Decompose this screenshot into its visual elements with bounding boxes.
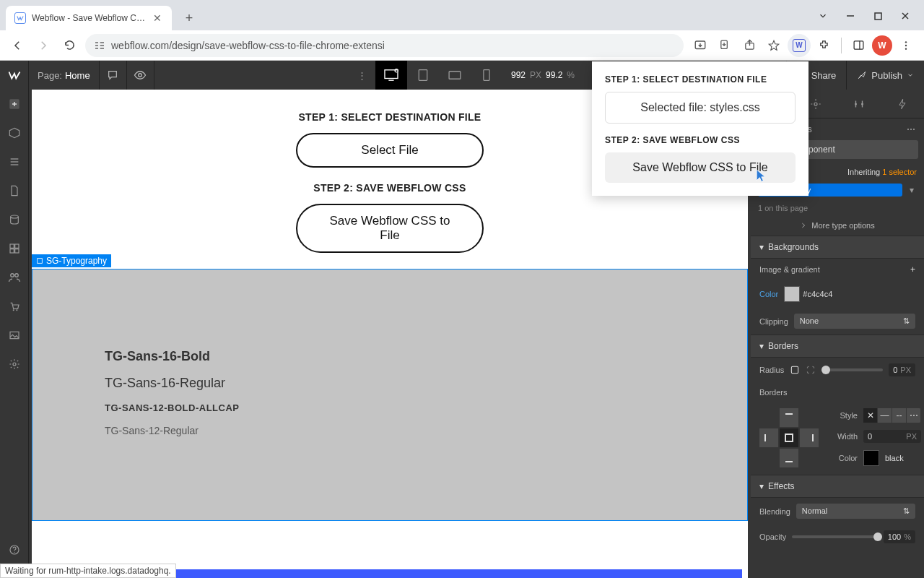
border-right[interactable] bbox=[800, 428, 819, 447]
site-settings-icon[interactable] bbox=[94, 40, 105, 51]
border-all[interactable] bbox=[780, 428, 798, 447]
select-file-button[interactable]: Select File bbox=[296, 133, 484, 168]
add-element-icon[interactable] bbox=[0, 90, 29, 118]
selection-tag[interactable]: SG-Typography bbox=[32, 254, 111, 267]
border-style-none[interactable]: ✕ bbox=[863, 408, 878, 423]
profile-avatar[interactable]: W bbox=[872, 35, 892, 56]
border-bottom[interactable] bbox=[780, 449, 798, 467]
forward-button[interactable] bbox=[33, 35, 53, 56]
chevron-down-icon[interactable] bbox=[810, 6, 836, 26]
opacity-slider[interactable] bbox=[792, 535, 878, 538]
mobile-portrait-breakpoint[interactable] bbox=[471, 61, 502, 90]
settings-icon[interactable] bbox=[0, 350, 29, 379]
add-gradient-icon[interactable]: + bbox=[910, 264, 915, 275]
clipping-select[interactable]: None⇅ bbox=[794, 314, 915, 329]
popup-save-button[interactable]: Save Webflow CSS to File bbox=[605, 152, 796, 183]
components-icon[interactable] bbox=[0, 118, 29, 147]
svg-rect-30 bbox=[10, 244, 14, 248]
typo-sample[interactable]: TG-Sans-16-Bold bbox=[105, 349, 675, 364]
style-manager-tab[interactable] bbox=[837, 90, 881, 118]
svg-rect-11 bbox=[854, 41, 863, 49]
svg-rect-4 bbox=[95, 48, 98, 48]
menu-icon[interactable] bbox=[895, 35, 917, 56]
border-top[interactable] bbox=[780, 408, 798, 427]
images-icon[interactable] bbox=[0, 321, 29, 350]
share-icon[interactable] bbox=[738, 35, 760, 56]
help-icon[interactable] bbox=[0, 535, 29, 564]
tab-close-icon[interactable]: ✕ bbox=[152, 12, 163, 24]
users-icon[interactable] bbox=[0, 263, 29, 292]
url-box[interactable]: webflow.com/design/save-webflow-css-to-f… bbox=[85, 34, 684, 57]
selected-element[interactable]: SG-Typography TG-Sans-16-Bold TG-Sans-16… bbox=[32, 269, 748, 521]
page-selector[interactable]: Page: Home bbox=[29, 61, 100, 90]
preview-icon[interactable] bbox=[127, 61, 154, 90]
webflow-extension-icon[interactable]: W bbox=[788, 34, 811, 57]
borders-header[interactable]: ▾ Borders bbox=[751, 335, 924, 358]
radius-slider[interactable] bbox=[821, 368, 883, 371]
radius-row: Radius 0PX bbox=[751, 358, 924, 382]
border-sides-picker bbox=[759, 408, 820, 469]
opacity-input[interactable]: 100% bbox=[884, 530, 915, 543]
close-icon[interactable] bbox=[892, 6, 918, 26]
border-style-dotted[interactable]: ⋯ bbox=[907, 408, 921, 423]
webflow-logo[interactable] bbox=[0, 61, 29, 90]
radius-input[interactable]: 0PX bbox=[889, 363, 915, 376]
back-button[interactable] bbox=[7, 35, 27, 56]
reload-button[interactable] bbox=[59, 35, 79, 56]
tablet-breakpoint[interactable] bbox=[407, 61, 439, 90]
mobile-landscape-breakpoint[interactable] bbox=[439, 61, 471, 90]
interactions-tab[interactable] bbox=[881, 90, 924, 118]
svg-rect-7 bbox=[100, 48, 104, 48]
download-icon[interactable] bbox=[714, 35, 736, 56]
ecommerce-icon[interactable] bbox=[0, 292, 29, 321]
comments-icon[interactable] bbox=[100, 61, 127, 90]
blending-row: Blending Normal⇅ bbox=[751, 498, 924, 525]
browser-tab[interactable]: Webflow - Save Webflow CSS t… ✕ bbox=[6, 6, 172, 30]
border-style-dashed[interactable]: -- bbox=[892, 408, 907, 423]
radius-all-icon[interactable] bbox=[790, 365, 800, 375]
svg-rect-1 bbox=[875, 13, 881, 20]
svg-point-37 bbox=[16, 309, 17, 311]
save-css-button[interactable]: Save Webflow CSS to File bbox=[296, 204, 484, 253]
effects-header[interactable]: ▾ Effects bbox=[751, 475, 924, 498]
desktop-breakpoint[interactable]: ★ bbox=[375, 61, 407, 90]
new-tab-button[interactable]: + bbox=[179, 8, 199, 28]
bg-color-value[interactable]: #c4c4c4 bbox=[803, 290, 832, 298]
bg-color-swatch[interactable] bbox=[784, 286, 800, 302]
backgrounds-header[interactable]: ▾ Backgrounds bbox=[751, 236, 924, 259]
bookmark-star-icon[interactable] bbox=[763, 35, 785, 56]
border-width-input[interactable]: 0PX bbox=[863, 430, 921, 443]
borders-sides-section: Borders bbox=[751, 382, 924, 402]
border-color-swatch[interactable] bbox=[863, 450, 879, 466]
svg-rect-21 bbox=[419, 70, 427, 81]
minimize-icon[interactable] bbox=[837, 6, 863, 26]
image-gradient-row[interactable]: Image & gradient + bbox=[751, 259, 924, 280]
radius-individual-icon[interactable] bbox=[806, 365, 816, 375]
pages-icon[interactable] bbox=[0, 176, 29, 205]
border-left[interactable] bbox=[759, 428, 778, 447]
extensions-icon[interactable] bbox=[814, 35, 835, 56]
typo-sample[interactable]: TG-Sans-12-Regular bbox=[105, 425, 675, 436]
navigator-icon[interactable] bbox=[0, 147, 29, 176]
assets-icon[interactable] bbox=[0, 234, 29, 263]
side-panel-icon[interactable] bbox=[847, 35, 869, 56]
cms-icon[interactable] bbox=[0, 205, 29, 234]
install-app-icon[interactable] bbox=[689, 35, 711, 56]
popup-step2-label: STEP 2: SAVE WEBFLOW CSS bbox=[605, 135, 796, 145]
breakpoint-menu-icon[interactable]: ⋮ bbox=[349, 70, 375, 81]
svg-point-41 bbox=[14, 552, 14, 553]
url-text: webflow.com/design/save-webflow-css-to-f… bbox=[111, 40, 385, 51]
toolbar-icons: W W bbox=[689, 34, 917, 57]
selected-file-display[interactable]: Selected file: styles.css bbox=[605, 92, 796, 124]
publish-button[interactable]: Publish bbox=[846, 61, 924, 90]
selector-dropdown-icon[interactable]: ▾ bbox=[907, 185, 917, 195]
canvas-width: 992 bbox=[511, 70, 526, 80]
more-type-options[interactable]: More type options bbox=[751, 215, 924, 236]
section-menu-icon[interactable]: ⋯ bbox=[907, 124, 915, 134]
border-style-solid[interactable]: — bbox=[878, 408, 892, 423]
typo-sample[interactable]: TG-SANS-12-BOLD-ALLCAP bbox=[105, 402, 675, 413]
typography-section[interactable]: TG-Sans-16-Bold TG-Sans-16-Regular TG-SA… bbox=[32, 269, 748, 521]
blending-select[interactable]: Normal⇅ bbox=[796, 504, 915, 519]
maximize-icon[interactable] bbox=[865, 6, 891, 26]
typo-sample[interactable]: TG-Sans-16-Regular bbox=[105, 376, 675, 391]
